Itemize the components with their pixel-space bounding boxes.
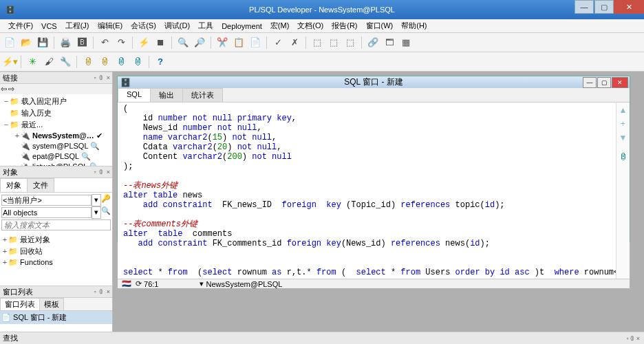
connections-tree[interactable]: −📁 载入固定用户 📁 输入历史−📁 最近...+🔌 NewsSystem@… … — [0, 94, 112, 166]
wrench-icon[interactable]: 🔧 — [58, 55, 72, 69]
object-tab[interactable]: 文件 — [27, 178, 54, 192]
tree-item[interactable]: +🔌 NewsSystem@… ✔ — [1, 131, 111, 141]
objects-tree[interactable]: +📁 最近对象+📁 回收站+📁 Functions — [0, 233, 112, 286]
dock-controls[interactable]: ▫ 𝟘 × — [94, 74, 111, 81]
menu-item[interactable]: 窗口(W) — [362, 19, 398, 32]
tree-item[interactable]: −📁 载入固定用户 — [1, 96, 111, 107]
object-search-input[interactable] — [1, 219, 111, 230]
bold-icon[interactable]: 🅱 — [75, 36, 89, 50]
undo-icon[interactable]: ↶ — [98, 36, 111, 50]
rollback-icon[interactable]: ✗ — [288, 36, 301, 50]
menu-item[interactable]: VCS — [37, 21, 61, 32]
sql-tab[interactable]: 输出 — [150, 88, 183, 102]
tree-item[interactable]: +📁 回收站 — [1, 246, 111, 257]
search-panel-header[interactable]: 查找▫ 𝟘 × — [0, 332, 644, 344]
filter-action-icon[interactable]: 🔍 — [101, 206, 111, 219]
menu-bar: 文件(F)VCS工程(J)编辑(E)会话(S)调试(D)工具Deployment… — [0, 19, 644, 33]
menu-item[interactable]: 报告(R) — [328, 19, 361, 32]
tree-item[interactable]: −📁 最近... — [1, 119, 111, 131]
save-icon[interactable]: 💾 — [36, 36, 50, 50]
commit-icon[interactable]: ✓ — [271, 36, 285, 50]
objects-panel-header[interactable]: 对象▫ 𝟘 × — [0, 166, 112, 178]
stop-icon[interactable]: ⏹ — [153, 36, 167, 50]
db3-icon[interactable]: 🛢 — [114, 55, 128, 69]
sql-window-titlebar[interactable]: 🗄️ SQL 窗口 - 新建 — ▢ ✕ — [118, 76, 630, 88]
explain-icon[interactable]: ⬚ — [310, 36, 324, 50]
dock-controls-3[interactable]: ▫ 𝟘 × — [94, 288, 111, 295]
flag-icon: 🇳🇱 — [122, 279, 131, 288]
tool2-icon[interactable]: ⬚ — [343, 36, 357, 50]
menu-item[interactable]: 工程(J) — [61, 19, 94, 32]
copy-icon[interactable]: 📋 — [232, 36, 246, 50]
menu-item[interactable]: 宏(M) — [266, 19, 294, 32]
find-icon[interactable]: 🔍 — [176, 36, 190, 50]
menu-item[interactable]: 工具 — [194, 19, 217, 32]
sqlwin-max-button[interactable]: ▢ — [597, 77, 611, 88]
brush-icon[interactable]: 🖌 — [42, 55, 56, 69]
sqlwin-close-button[interactable]: ✕ — [612, 77, 628, 88]
windowlist[interactable]: 📄 SQL 窗口 - 新建 — [0, 311, 112, 332]
winlist-tab[interactable]: 模板 — [39, 298, 64, 310]
gutter-db-icon[interactable]: 🛢 — [619, 152, 627, 162]
menu-item[interactable]: Deployment — [217, 21, 266, 32]
sql-tab[interactable]: SQL — [118, 88, 151, 102]
cut-icon[interactable]: ✂️ — [215, 36, 229, 50]
close-button[interactable]: ✕ — [614, 0, 644, 14]
menu-item[interactable]: 文档(O) — [293, 19, 328, 32]
gutter-down-icon[interactable]: ▼ — [619, 133, 627, 142]
sqlwin-min-button[interactable]: — — [583, 77, 597, 88]
filter-dropdown[interactable] — [1, 207, 92, 218]
refresh-icon[interactable]: ⟳ — [136, 279, 142, 288]
minimize-button[interactable]: — — [575, 0, 594, 14]
windowlist-panel-header[interactable]: 窗口列表▫ 𝟘 × — [0, 286, 112, 298]
mdi-area: 🗄️ SQL 窗口 - 新建 — ▢ ✕ SQL输出统计表 ( id numbe… — [113, 72, 644, 332]
tree-item[interactable]: +📁 最近对象 — [1, 234, 111, 246]
tree-item[interactable]: 📁 输入历史 — [1, 107, 111, 119]
sql-tab[interactable]: 统计表 — [182, 88, 223, 102]
tool-icon[interactable]: ⬚ — [327, 36, 341, 50]
help-icon[interactable]: ? — [153, 55, 167, 69]
findnext-icon[interactable]: 🔎 — [193, 36, 206, 50]
new-icon[interactable]: 📄 — [3, 36, 17, 50]
menu-item[interactable]: 调试(D) — [160, 19, 194, 32]
tree-item[interactable]: 🔌 system@PLSQL 🔍 — [1, 141, 111, 151]
run-icon[interactable]: ⚡▾ — [3, 55, 17, 69]
maximize-button[interactable]: ▢ — [594, 0, 614, 14]
open-icon[interactable]: 📂 — [19, 36, 33, 50]
gear-icon[interactable]: ✳ — [25, 55, 39, 69]
windowlist-item[interactable]: 📄 SQL 窗口 - 新建 — [0, 311, 112, 324]
user-dropdown[interactable] — [1, 195, 92, 206]
db1-icon[interactable]: 🛢 — [81, 55, 95, 69]
user-action-icon[interactable]: 🔑 — [101, 194, 111, 206]
dock-controls-4[interactable]: ▫ 𝟘 × — [627, 335, 640, 342]
menu-item[interactable]: 编辑(E) — [94, 19, 127, 32]
menu-item[interactable]: 文件(F) — [4, 19, 37, 32]
conn-left-icon[interactable]: ⇦ — [1, 85, 7, 94]
connect-icon[interactable]: 🔗 — [366, 36, 380, 50]
print-icon[interactable]: 🖨️ — [58, 36, 72, 50]
execute-icon[interactable]: ⚡ — [137, 36, 151, 50]
redo-icon[interactable]: ↷ — [114, 36, 128, 50]
db2-icon[interactable]: 🛢 — [98, 55, 111, 69]
menu-item[interactable]: 会话(S) — [127, 19, 160, 32]
winlist-tab[interactable]: 窗口列表 — [0, 298, 40, 310]
paste-icon[interactable]: 📄 — [248, 36, 262, 50]
tree-item[interactable]: 🔌 epat@PLSQL 🔍 — [1, 151, 111, 162]
gutter-plus-icon[interactable]: + — [621, 119, 625, 129]
menu-item[interactable]: 帮助(H) — [397, 19, 431, 32]
tree-item[interactable]: +📁 Functions — [1, 257, 111, 268]
window-title: PL/SQL Developer - NewsSystem@PLSQL — [249, 6, 395, 14]
connections-panel-header[interactable]: 链接▫ 𝟘 × — [0, 72, 112, 84]
conn-right-icon[interactable]: ⇨ — [8, 85, 14, 94]
object-tabs: 对象文件 — [0, 178, 112, 193]
toolbar-1: 📄 📂 💾 🖨️ 🅱 ↶ ↷ ⚡ ⏹ 🔍 🔎 ✂️ 📋 📄 ✓ ✗ ⬚ ⬚ ⬚ … — [0, 33, 644, 52]
object-tab[interactable]: 对象 — [0, 178, 28, 192]
grid-icon[interactable]: ▦ — [399, 36, 413, 50]
sql-editor[interactable]: ( id number not null primary key, News_i… — [118, 103, 616, 279]
sqlwin-icon: 🗄️ — [120, 78, 131, 87]
dock-controls-2[interactable]: ▫ 𝟘 × — [94, 169, 111, 175]
win-icon[interactable]: 🗔 — [383, 36, 396, 50]
db4-icon[interactable]: 🛢 — [131, 55, 144, 69]
gutter-up-icon[interactable]: ▲ — [619, 105, 627, 115]
editor-gutter: ▲ + ▼ 🛢 — [616, 103, 630, 279]
